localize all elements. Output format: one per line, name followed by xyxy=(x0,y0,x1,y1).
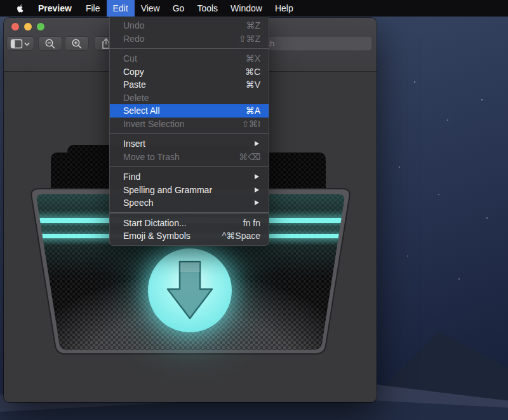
minimize-button[interactable] xyxy=(24,23,32,30)
close-button[interactable] xyxy=(11,23,19,30)
edit-menu-dropdown: Undo ⌘Z Redo ⇧⌘Z Cut ⌘X Copy ⌘C Paste ⌘V… xyxy=(109,17,269,246)
menubar-item-file[interactable]: File xyxy=(79,0,107,17)
menu-item-label: Redo xyxy=(123,34,239,44)
zoom-out-icon xyxy=(44,38,56,50)
menu-item-shortcut: ⌘C xyxy=(245,67,260,77)
menu-item-delete: Delete xyxy=(110,91,269,105)
zoom-window-button[interactable] xyxy=(37,23,44,30)
menu-item-shortcut: ⌘X xyxy=(246,53,260,64)
sidebar-icon xyxy=(10,39,30,49)
menu-item-redo: Redo ⇧⌘Z xyxy=(110,32,269,46)
menu-item-label: Copy xyxy=(123,67,245,77)
zoom-in-icon xyxy=(71,38,83,50)
menu-item-speech[interactable]: Speech xyxy=(110,196,269,210)
menu-separator xyxy=(110,212,269,213)
wallpaper-star xyxy=(447,119,448,121)
menu-item-spelling-and-grammar[interactable]: Spelling and Grammar xyxy=(110,184,269,197)
menubar-item-window[interactable]: Window xyxy=(224,0,269,17)
menubar-item-preview[interactable]: Preview xyxy=(30,0,79,17)
menu-item-label: Delete xyxy=(123,93,260,103)
menu-separator xyxy=(110,48,269,50)
menubar-item-edit[interactable]: Edit xyxy=(107,0,135,17)
wallpaper-star xyxy=(438,194,439,195)
menu-item-shortcut: fn fn xyxy=(243,218,260,228)
apple-menu[interactable] xyxy=(9,0,30,17)
submenu-arrow-icon xyxy=(255,200,259,205)
submenu-arrow-icon xyxy=(255,174,259,179)
wallpaper-star xyxy=(414,81,415,83)
menu-item-label: Speech xyxy=(123,198,255,208)
menu-item-undo: Undo ⌘Z xyxy=(110,19,269,32)
menu-item-label: Invert Selection xyxy=(123,119,241,129)
zoom-in-button[interactable] xyxy=(65,36,89,51)
menu-item-invert-selection: Invert Selection ⇧⌘I xyxy=(110,118,269,131)
zoom-out-button[interactable] xyxy=(38,36,62,51)
menu-item-find[interactable]: Find xyxy=(110,170,269,184)
menu-item-label: Move to Trash xyxy=(123,152,239,162)
menu-item-select-all[interactable]: Select All ⌘A xyxy=(110,104,269,118)
menu-item-copy[interactable]: Copy ⌘C xyxy=(110,65,269,79)
menu-item-shortcut: ⇧⌘I xyxy=(241,119,260,129)
apple-icon xyxy=(16,3,24,13)
menu-item-shortcut: ⌘Z xyxy=(246,20,260,30)
menu-item-shortcut: ⌘V xyxy=(246,79,260,90)
traffic-lights xyxy=(11,23,44,30)
sidebar-toggle-button[interactable] xyxy=(6,36,34,51)
menu-item-label: Emoji & Symbols xyxy=(123,231,222,241)
menubar-item-tools[interactable]: Tools xyxy=(190,0,224,17)
menu-item-shortcut: ^⌘Space xyxy=(222,231,260,241)
menu-separator xyxy=(110,133,269,135)
menu-item-shortcut: ⇧⌘Z xyxy=(239,34,260,44)
menu-item-shortcut: ⌘⌫ xyxy=(239,152,260,162)
wallpaper-star xyxy=(399,166,400,168)
submenu-arrow-icon xyxy=(255,141,259,146)
menubar-item-go[interactable]: Go xyxy=(166,0,191,17)
menu-item-label: Spelling and Grammar xyxy=(123,185,255,195)
desktop: { "menubar": { "active_item": "Edit", "i… xyxy=(0,0,508,420)
menu-item-label: Start Dictation... xyxy=(123,218,243,228)
menubar-item-help[interactable]: Help xyxy=(269,0,300,17)
menu-bar: Preview File Edit View Go Tools Window H… xyxy=(0,0,508,17)
menu-item-move-to-trash: Move to Trash ⌘⌫ xyxy=(110,151,269,164)
menu-item-label: Undo xyxy=(123,20,246,30)
menu-item-label: Insert xyxy=(123,139,255,149)
wallpaper-star xyxy=(486,217,488,219)
menu-item-paste[interactable]: Paste ⌘V xyxy=(110,78,269,91)
wallpaper-star xyxy=(481,99,483,100)
menu-separator xyxy=(110,166,269,168)
menu-item-start-dictation[interactable]: Start Dictation... fn fn xyxy=(110,217,269,230)
menubar-item-view[interactable]: View xyxy=(135,0,166,17)
menu-item-label: Find xyxy=(123,172,255,182)
submenu-arrow-icon xyxy=(255,187,259,193)
menu-item-label: Cut xyxy=(123,53,246,64)
menu-item-cut: Cut ⌘X xyxy=(110,52,269,65)
menu-item-insert[interactable]: Insert xyxy=(110,137,269,151)
menu-item-label: Select All xyxy=(123,105,246,116)
menu-item-label: Paste xyxy=(123,79,246,90)
menu-item-emoji-symbols[interactable]: Emoji & Symbols ^⌘Space xyxy=(110,229,269,243)
wallpaper-star xyxy=(407,255,408,257)
menu-item-shortcut: ⌘A xyxy=(246,105,260,116)
wallpaper-star xyxy=(458,278,460,280)
